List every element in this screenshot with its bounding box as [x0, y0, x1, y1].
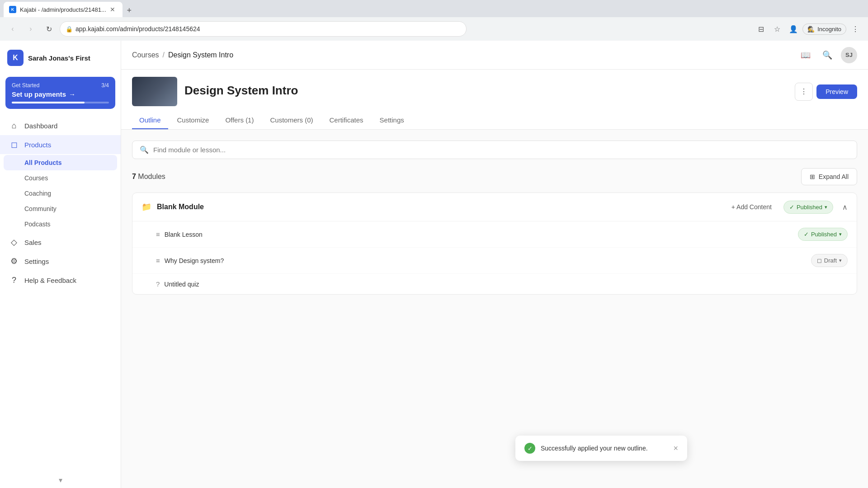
sidebar-subitem-community[interactable]: Community: [0, 201, 121, 216]
tab-settings[interactable]: Settings: [373, 112, 411, 129]
top-bar: Courses / Design System Intro 📖 🔍 SJ: [121, 41, 868, 70]
avatar-button[interactable]: SJ: [841, 47, 857, 63]
bookmark-icon[interactable]: ☆: [770, 22, 784, 36]
toast-notification: ✓ Successfully applied your new outline.…: [515, 436, 687, 461]
search-input[interactable]: [153, 146, 849, 154]
top-bar-actions: 📖 🔍 SJ: [797, 47, 857, 63]
breadcrumb-parent[interactable]: Courses: [132, 51, 159, 59]
book-icon-button[interactable]: 📖: [797, 47, 814, 63]
lesson-item[interactable]: ≡ Blank Lesson ✓ Published ▾: [132, 221, 857, 248]
sidebar-subitem-courses[interactable]: Courses: [0, 170, 121, 186]
toolbar-actions: ⊟ ☆ 👤 🕵 Incognito ⋮: [754, 22, 863, 36]
dashboard-icon: ⌂: [9, 121, 19, 131]
breadcrumb-separator: /: [163, 51, 165, 59]
search-icon-button[interactable]: 🔍: [819, 47, 835, 63]
main-content: Courses / Design System Intro 📖 🔍 SJ Des…: [121, 41, 868, 488]
toast-success-icon: ✓: [524, 443, 535, 454]
check-icon: ✓: [804, 231, 809, 238]
back-button[interactable]: ‹: [5, 22, 20, 36]
course-tabs: Outline Customize Offers (1) Customers (…: [132, 112, 857, 129]
module-expand-icon[interactable]: ∧: [842, 203, 848, 211]
module-header: 📁 Blank Module + Add Content ✓ Published…: [132, 193, 857, 221]
settings-icon: ⚙: [9, 256, 19, 266]
address-bar[interactable]: 🔒 app.kajabi.com/admin/products/21481456…: [60, 21, 467, 37]
lesson-status-badge[interactable]: ✓ Published ▾: [798, 228, 848, 241]
tab-offers[interactable]: Offers (1): [218, 112, 261, 129]
lesson-title: Why Design system?: [165, 257, 807, 264]
incognito-label: Incognito: [817, 26, 841, 33]
scroll-indicator: ▾: [0, 472, 121, 488]
setup-banner-header: Get Started 3/4: [12, 82, 109, 89]
modules-count-number: 7: [132, 173, 136, 180]
sidebar-header: K Sarah Jonas's First: [0, 41, 121, 73]
quiz-icon: ?: [156, 280, 160, 288]
sidebar-item-label: Dashboard: [24, 122, 57, 130]
browser-chrome: K Kajabi - /admin/products/21481... ✕ + …: [0, 0, 868, 41]
url-text: app.kajabi.com/admin/products/2148145624: [75, 25, 200, 33]
breadcrumb-current: Design System Intro: [168, 51, 233, 59]
sidebar-item-products[interactable]: ◻ Products: [0, 135, 121, 154]
tab-customers[interactable]: Customers (0): [263, 112, 320, 129]
tab-customize[interactable]: Customize: [170, 112, 217, 129]
products-icon: ◻: [9, 140, 19, 150]
add-content-button[interactable]: + Add Content: [725, 200, 778, 214]
more-options-button[interactable]: ⋮: [795, 83, 813, 101]
sidebar-item-settings[interactable]: ⚙ Settings: [0, 252, 121, 271]
toast-close-button[interactable]: ×: [673, 444, 678, 453]
new-tab-button[interactable]: +: [123, 4, 136, 17]
sidebar-logo: K: [7, 50, 24, 66]
folder-icon: 📁: [142, 202, 151, 212]
setup-arrow-icon: →: [69, 90, 75, 98]
forward-button[interactable]: ›: [24, 22, 38, 36]
course-thumbnail-image: [132, 77, 177, 106]
sidebar-subitem-coaching[interactable]: Coaching: [0, 186, 121, 201]
setup-title-text: Set up payments: [12, 90, 66, 98]
incognito-badge[interactable]: 🕵 Incognito: [802, 23, 846, 35]
sidebar-subitem-podcasts[interactable]: Podcasts: [0, 216, 121, 232]
sidebar-subitem-all-products[interactable]: All Products: [4, 155, 117, 170]
tab-outline[interactable]: Outline: [132, 112, 168, 129]
toast-message: Successfully applied your new outline.: [541, 445, 648, 452]
setup-progress-label: 3/4: [101, 82, 109, 89]
app: K Sarah Jonas's First Get Started 3/4 Se…: [0, 41, 868, 488]
sidebar-item-label: Sales: [24, 239, 42, 246]
search-bar-container: 🔍: [132, 141, 857, 159]
cast-icon[interactable]: ⊟: [754, 22, 768, 36]
sidebar-item-sales[interactable]: ◇ Sales: [0, 233, 121, 252]
modules-count: 7 Modules: [132, 173, 165, 181]
setup-banner-title: Set up payments →: [12, 90, 109, 98]
course-thumbnail: [132, 77, 177, 106]
sidebar-item-dashboard[interactable]: ⌂ Dashboard: [0, 116, 121, 135]
module-status-label: Published: [797, 204, 822, 211]
breadcrumb: Courses / Design System Intro: [132, 51, 233, 59]
menu-button[interactable]: ⋮: [848, 22, 863, 36]
expand-all-icon: ⊞: [810, 173, 815, 180]
expand-all-button[interactable]: ⊞ Expand All: [801, 168, 857, 185]
lesson-doc-icon: ≡: [156, 230, 160, 238]
sidebar-nav: ⌂ Dashboard ◻ Products All Products Cour…: [0, 113, 121, 472]
lesson-item[interactable]: ? Untitled quiz: [132, 274, 857, 294]
lesson-list: ≡ Blank Lesson ✓ Published ▾ ≡ Why Desig…: [132, 221, 857, 294]
course-header-top: Design System Intro ⋮ Preview: [132, 70, 857, 106]
course-header: Design System Intro ⋮ Preview Outline Cu…: [121, 70, 868, 130]
profile-icon[interactable]: 👤: [786, 22, 801, 36]
status-chevron-icon: ▾: [839, 258, 842, 263]
expand-all-label: Expand All: [819, 173, 849, 180]
outline-content: 🔍 7 Modules ⊞ Expand All �: [121, 130, 868, 488]
setup-banner[interactable]: Get Started 3/4 Set up payments →: [5, 77, 115, 109]
lesson-item[interactable]: ≡ Why Design system? ◻ Draft ▾: [132, 248, 857, 274]
refresh-button[interactable]: ↻: [42, 22, 56, 36]
sidebar-item-help[interactable]: ? Help & Feedback: [0, 271, 121, 290]
sidebar: K Sarah Jonas's First Get Started 3/4 Se…: [0, 41, 121, 488]
modules-header: 7 Modules ⊞ Expand All: [132, 168, 857, 185]
active-tab[interactable]: K Kajabi - /admin/products/21481... ✕: [4, 2, 123, 17]
lesson-title: Blank Lesson: [165, 231, 793, 238]
module-status-badge[interactable]: ✓ Published ▾: [783, 201, 833, 214]
module-card: 📁 Blank Module + Add Content ✓ Published…: [132, 192, 857, 295]
lesson-status-badge[interactable]: ◻ Draft ▾: [811, 254, 848, 267]
preview-button[interactable]: Preview: [816, 84, 857, 99]
check-icon: ✓: [789, 204, 794, 211]
tab-certificates[interactable]: Certificates: [322, 112, 371, 129]
sidebar-item-label: Help & Feedback: [24, 277, 76, 284]
tab-close-button[interactable]: ✕: [110, 6, 115, 13]
